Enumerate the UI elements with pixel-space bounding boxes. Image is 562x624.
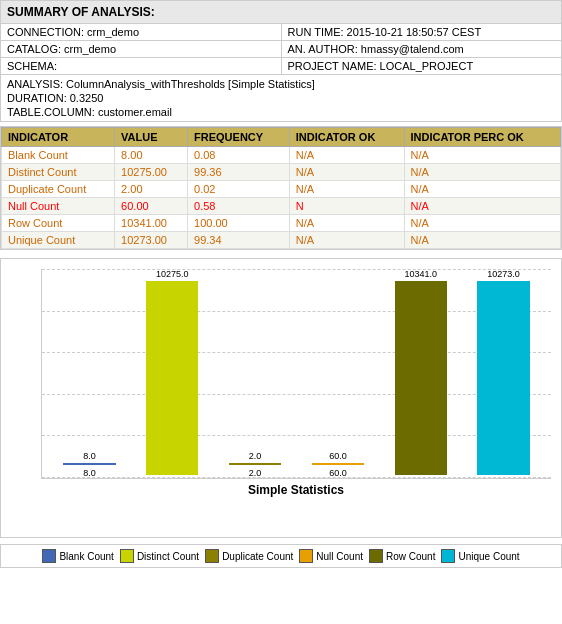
table-row: Distinct Count 10275.00 99.36 N/A N/A bbox=[2, 164, 561, 181]
cell-value: 8.00 bbox=[115, 147, 188, 164]
connection-label: CONNECTION: bbox=[7, 26, 84, 38]
cell-frequency: 100.00 bbox=[188, 215, 290, 232]
cell-indicator: Blank Count bbox=[2, 147, 115, 164]
bar-value-label: 2.0 bbox=[249, 451, 262, 461]
table-row: Duplicate Count 2.00 0.02 N/A N/A bbox=[2, 181, 561, 198]
info-grid: CONNECTION: crm_demo RUN TIME: 2015-10-2… bbox=[0, 24, 562, 75]
table-column-label: TABLE.COLUMN: bbox=[7, 106, 95, 118]
bars-wrapper: 8.08.010275.02.02.060.060.010341.010273.… bbox=[42, 269, 551, 478]
bar-value-label: 60.0 bbox=[329, 451, 347, 461]
cell-frequency: 99.34 bbox=[188, 232, 290, 249]
legend-item: Row Count bbox=[369, 549, 435, 563]
info-row-catalog: CATALOG: crm_demo AN. AUTHOR: hmassy@tal… bbox=[1, 41, 561, 58]
legend-label: Row Count bbox=[386, 551, 435, 562]
table-row: Unique Count 10273.00 99.34 N/A N/A bbox=[2, 232, 561, 249]
an-author-value: hmassy@talend.com bbox=[361, 43, 464, 55]
catalog-cell: CATALOG: crm_demo bbox=[1, 41, 282, 57]
legend-item: Distinct Count bbox=[120, 549, 199, 563]
info-row-connection: CONNECTION: crm_demo RUN TIME: 2015-10-2… bbox=[1, 24, 561, 41]
col-header-indicator-ok: INDICATOR OK bbox=[289, 128, 404, 147]
analysis-value: ColumnAnalysis_withThresholds [Simple St… bbox=[66, 78, 315, 90]
cell-indicator: Null Count bbox=[2, 198, 115, 215]
chart-area: 8.08.010275.02.02.060.060.010341.010273.… bbox=[41, 269, 551, 479]
legend-item: Unique Count bbox=[441, 549, 519, 563]
bar bbox=[63, 463, 115, 465]
bar-value-label: 10275.0 bbox=[156, 269, 189, 279]
cell-value: 10275.00 bbox=[115, 164, 188, 181]
data-table: INDICATOR VALUE FREQUENCY INDICATOR OK I… bbox=[1, 127, 561, 249]
chart-legend: Blank CountDistinct CountDuplicate Count… bbox=[0, 544, 562, 568]
table-header-row: INDICATOR VALUE FREQUENCY INDICATOR OK I… bbox=[2, 128, 561, 147]
legend-item: Blank Count bbox=[42, 549, 113, 563]
run-time-label: RUN TIME: bbox=[288, 26, 344, 38]
bar-value-label: 8.0 bbox=[83, 451, 96, 461]
cell-indicator-ok: N/A bbox=[289, 147, 404, 164]
cell-indicator-perc-ok: N/A bbox=[404, 181, 560, 198]
bar-value-label: 10341.0 bbox=[404, 269, 437, 279]
bar-group: 8.08.0 bbox=[52, 269, 127, 478]
bar-group: 10273.0 bbox=[466, 269, 541, 478]
cell-value: 2.00 bbox=[115, 181, 188, 198]
cell-value: 10341.00 bbox=[115, 215, 188, 232]
cell-indicator-perc-ok: N/A bbox=[404, 198, 560, 215]
legend-color-box bbox=[369, 549, 383, 563]
col-header-indicator-perc-ok: INDICATOR PERC OK bbox=[404, 128, 560, 147]
legend-item: Null Count bbox=[299, 549, 363, 563]
legend-label: Distinct Count bbox=[137, 551, 199, 562]
run-time-cell: RUN TIME: 2015-10-21 18:50:57 CEST bbox=[282, 24, 562, 40]
cell-indicator: Row Count bbox=[2, 215, 115, 232]
cell-indicator-perc-ok: N/A bbox=[404, 164, 560, 181]
legend-label: Blank Count bbox=[59, 551, 113, 562]
cell-indicator-ok: N/A bbox=[289, 164, 404, 181]
cell-indicator-perc-ok: N/A bbox=[404, 147, 560, 164]
an-author-label: AN. AUTHOR: bbox=[288, 43, 358, 55]
bar bbox=[477, 281, 529, 475]
bar-bottom-label: 8.0 bbox=[83, 468, 96, 478]
col-header-indicator: INDICATOR bbox=[2, 128, 115, 147]
cell-indicator: Duplicate Count bbox=[2, 181, 115, 198]
legend-label: Duplicate Count bbox=[222, 551, 293, 562]
col-header-value: VALUE bbox=[115, 128, 188, 147]
legend-color-box bbox=[120, 549, 134, 563]
duration-label: DURATION: bbox=[7, 92, 67, 104]
legend-color-box bbox=[299, 549, 313, 563]
legend-label: Unique Count bbox=[458, 551, 519, 562]
legend-color-box bbox=[42, 549, 56, 563]
table-row: Blank Count 8.00 0.08 N/A N/A bbox=[2, 147, 561, 164]
col-header-frequency: FREQUENCY bbox=[188, 128, 290, 147]
analysis-row: ANALYSIS: ColumnAnalysis_withThresholds … bbox=[7, 77, 555, 91]
legend-color-box bbox=[205, 549, 219, 563]
bar-bottom-label: 60.0 bbox=[329, 468, 347, 478]
connection-cell: CONNECTION: crm_demo bbox=[1, 24, 282, 40]
duration-row: DURATION: 0.3250 bbox=[7, 91, 555, 105]
analysis-label: ANALYSIS: bbox=[7, 78, 63, 90]
legend-color-box bbox=[441, 549, 455, 563]
bar bbox=[229, 463, 281, 465]
cell-indicator: Unique Count bbox=[2, 232, 115, 249]
schema-cell: SCHEMA: bbox=[1, 58, 282, 74]
bar-group: 10341.0 bbox=[383, 269, 458, 478]
cell-indicator-ok: N/A bbox=[289, 181, 404, 198]
bar bbox=[395, 281, 447, 475]
legend-label: Null Count bbox=[316, 551, 363, 562]
bar-value-label: 10273.0 bbox=[487, 269, 520, 279]
connection-value: crm_demo bbox=[87, 26, 139, 38]
legend-item: Duplicate Count bbox=[205, 549, 293, 563]
data-table-section: INDICATOR VALUE FREQUENCY INDICATOR OK I… bbox=[0, 126, 562, 250]
summary-header: SUMMARY OF ANALYSIS: bbox=[0, 0, 562, 24]
cell-value: 60.00 bbox=[115, 198, 188, 215]
bar-group: 10275.0 bbox=[135, 269, 210, 478]
header-title: SUMMARY OF ANALYSIS: bbox=[7, 5, 155, 19]
cell-frequency: 99.36 bbox=[188, 164, 290, 181]
cell-indicator-ok: N bbox=[289, 198, 404, 215]
run-time-value: 2015-10-21 18:50:57 CEST bbox=[347, 26, 482, 38]
project-name-label: PROJECT NAME: bbox=[288, 60, 377, 72]
chart-container: Value 8.08.010275.02.02.060.060.010341.0… bbox=[0, 258, 562, 538]
cell-indicator-ok: N/A bbox=[289, 232, 404, 249]
project-name-value: LOCAL_PROJECT bbox=[380, 60, 474, 72]
table-column-value: customer.email bbox=[98, 106, 172, 118]
cell-value: 10273.00 bbox=[115, 232, 188, 249]
table-row: Row Count 10341.00 100.00 N/A N/A bbox=[2, 215, 561, 232]
cell-frequency: 0.58 bbox=[188, 198, 290, 215]
cell-indicator-ok: N/A bbox=[289, 215, 404, 232]
